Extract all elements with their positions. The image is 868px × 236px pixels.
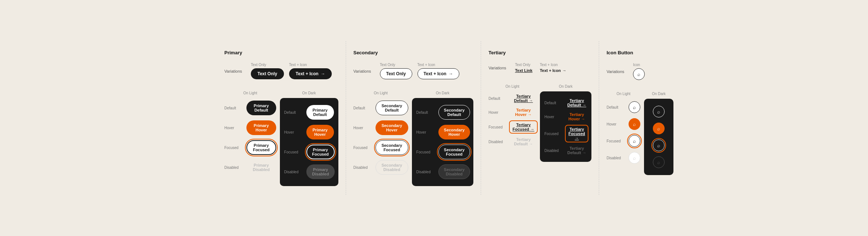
secondary-var-textonly-col: Text Only Text Only	[380, 63, 412, 79]
icon-focused-btn-dark[interactable]: ⌕	[653, 139, 665, 151]
secondary-texticon-btn[interactable]: Text + Icon →	[417, 68, 459, 79]
tertiary-focused-label: Focused	[488, 125, 508, 129]
icon-on-dark-label: On Dark	[644, 92, 673, 96]
tertiary-section: Tertiary Variations Text Only Text Link …	[481, 41, 599, 195]
primary-hover-dark-label: Hover	[284, 130, 303, 134]
secondary-default-btn-light[interactable]: Secondary Default	[376, 101, 408, 115]
primary-disabled-row-light: Disabled Primary Disabled	[224, 157, 276, 177]
secondary-focused-label: Focused	[353, 146, 373, 150]
tertiary-states: On Light Default Tertiary Default → Hove…	[488, 84, 591, 162]
tertiary-disabled-row-light: Disabled Tertiary Default →	[488, 135, 536, 149]
tertiary-title: Tertiary	[488, 50, 591, 55]
primary-disabled-dark-label: Disabled	[284, 170, 303, 174]
primary-var-texticon-col: Text + Icon Text + Icon →	[289, 63, 332, 79]
icon-disabled-row-light: Disabled ⌕	[606, 149, 640, 166]
tertiary-textonly-btn[interactable]: Text Link	[515, 68, 532, 73]
secondary-focused-row-dark: Focused Secondary Focused	[416, 142, 469, 162]
tertiary-default-btn-light[interactable]: Tertiary Default →	[511, 94, 536, 103]
tertiary-focused-row-dark: Focused Tertiary Focused →	[544, 124, 587, 144]
tertiary-disabled-btn-light: Tertiary Default →	[511, 137, 536, 146]
tertiary-hover-btn-dark[interactable]: Tertiary Hover →	[566, 112, 587, 121]
search-icon-default-light: ⌕	[633, 105, 636, 110]
secondary-focused-dark-label: Focused	[416, 150, 435, 154]
secondary-focused-btn-light[interactable]: Secondary Focused	[376, 140, 408, 155]
secondary-var-texticon-col: Text + Icon Text + Icon →	[417, 63, 459, 79]
secondary-disabled-row-dark: Disabled Secondary Disabled	[416, 162, 469, 182]
search-icon-default-dark: ⌕	[657, 109, 660, 115]
primary-hover-row-light: Hover Primary Hover	[224, 118, 276, 138]
primary-default-btn-light[interactable]: Primary Default	[246, 101, 276, 115]
tertiary-texticon-btn[interactable]: Text + Icon →	[540, 68, 566, 73]
primary-focused-row-dark: Focused Primary Focused	[284, 142, 334, 162]
tertiary-focused-btn-light[interactable]: Tertiary Focused →	[511, 122, 536, 132]
icon-hover-label-light: Hover	[606, 122, 626, 126]
icon-default-btn-dark[interactable]: ⌕	[653, 106, 665, 117]
icon-var-label: Icon	[633, 63, 640, 67]
secondary-default-dark-label: Default	[416, 110, 435, 115]
primary-default-row-light: Default Primary Default	[224, 98, 276, 118]
tertiary-focused-row-light: Focused Tertiary Focused →	[488, 119, 536, 135]
primary-hover-row-dark: Hover Primary Hover	[284, 122, 334, 142]
primary-on-dark: On Dark Default Primary Default Hover Pr…	[280, 91, 338, 186]
primary-focused-row-light: Focused Primary Focused	[224, 138, 276, 157]
tertiary-default-btn-dark[interactable]: Tertiary Default →	[566, 98, 587, 107]
secondary-disabled-row-light: Disabled Secondary Disabled	[353, 157, 408, 177]
variations-label-secondary: Variations	[353, 69, 376, 73]
secondary-hover-row-dark: Hover Secondary Hover	[416, 122, 469, 142]
primary-focused-btn-dark[interactable]: Primary Focused	[306, 145, 335, 159]
icon-hover-btn-light[interactable]: ⌕	[629, 118, 640, 130]
icon-focused-row-light: Focused ⌕	[606, 132, 640, 149]
tertiary-focused-btn-dark[interactable]: Tertiary Focused →	[566, 126, 587, 141]
secondary-disabled-btn-dark: Secondary Disabled	[438, 164, 470, 179]
primary-on-dark-label: On Dark	[280, 91, 338, 95]
tertiary-texticon-btn-label: Text + Icon	[540, 68, 561, 73]
primary-default-row-dark: Default Primary Default	[284, 102, 334, 122]
tertiary-var-textonly-label: Text Only	[515, 63, 530, 67]
secondary-hover-btn-dark[interactable]: Secondary Hover	[438, 125, 470, 139]
primary-var-texticon-label: Text + Icon	[289, 63, 307, 67]
search-icon-focused-dark: ⌕	[657, 143, 660, 148]
primary-var-textonly-col: Text Only Text Only	[251, 63, 284, 79]
primary-disabled-btn-light: Primary Disabled	[246, 160, 276, 175]
primary-arrow-icon: →	[321, 71, 325, 76]
icon-default-btn-light[interactable]: ⌕	[629, 101, 640, 113]
tertiary-default-dark-label: Default	[544, 101, 563, 105]
tertiary-hover-label: Hover	[488, 110, 508, 115]
secondary-title: Secondary	[353, 50, 474, 55]
primary-on-light: On Light Default Primary Default Hover P…	[224, 91, 276, 177]
primary-default-label: Default	[224, 106, 243, 110]
icon-focused-btn-light[interactable]: ⌕	[629, 135, 640, 147]
icon-variation-btn[interactable]: ⌕	[633, 68, 645, 80]
tertiary-default-label: Default	[488, 97, 508, 101]
icon-dark-panel: ⌕ ⌕ ⌕ ⌕	[644, 99, 673, 175]
icon-disabled-btn-dark: ⌕	[653, 156, 665, 168]
icon-hover-btn-dark[interactable]: ⌕	[653, 123, 665, 134]
primary-hover-btn-dark[interactable]: Primary Hover	[306, 125, 334, 139]
secondary-var-texticon-label: Text + Icon	[417, 63, 435, 67]
search-icon-disabled-light: ⌕	[633, 155, 636, 161]
tertiary-variations: Text Only Text Link Text + Icon Text + I…	[515, 63, 566, 73]
secondary-on-light-label: On Light	[353, 91, 408, 95]
icon-on-light-label: On Light	[606, 92, 640, 96]
primary-texticon-btn[interactable]: Text + Icon →	[289, 68, 332, 79]
secondary-default-btn-dark[interactable]: Secondary Default	[438, 105, 470, 120]
secondary-on-light: On Light Default Secondary Default Hover…	[353, 91, 408, 177]
secondary-textonly-btn[interactable]: Text Only	[380, 68, 412, 79]
primary-disabled-row-dark: Disabled Primary Disabled	[284, 162, 334, 182]
secondary-arrow-icon: →	[449, 71, 453, 76]
secondary-hover-dark-label: Hover	[416, 130, 435, 134]
secondary-default-label: Default	[353, 106, 373, 110]
secondary-hover-btn-light[interactable]: Secondary Hover	[376, 120, 408, 135]
primary-on-light-label: On Light	[224, 91, 276, 95]
icon-on-dark: On Dark ⌕ ⌕ ⌕	[644, 92, 673, 175]
icon-button-section: Icon Button Variations Icon ⌕ On Light D…	[599, 41, 681, 195]
primary-focused-btn-light[interactable]: Primary Focused	[246, 140, 276, 155]
primary-hover-btn-light[interactable]: Primary Hover	[246, 120, 276, 135]
primary-default-btn-dark[interactable]: Primary Default	[306, 105, 334, 120]
primary-states: On Light Default Primary Default Hover P…	[224, 91, 338, 186]
tertiary-disabled-label: Disabled	[488, 140, 508, 144]
tertiary-hover-btn-light[interactable]: Tertiary Hover →	[511, 108, 536, 117]
primary-textonly-btn[interactable]: Text Only	[251, 68, 284, 79]
primary-focused-label: Focused	[224, 146, 243, 150]
secondary-focused-btn-dark[interactable]: Secondary Focused	[438, 145, 470, 159]
